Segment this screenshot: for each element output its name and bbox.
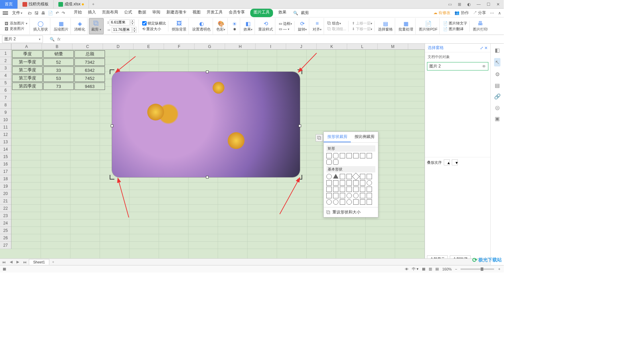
w-dn[interactable]: ▾ — [132, 30, 137, 33]
column-headers[interactable]: ABCDEFGHIJKLM — [11, 44, 425, 50]
sheet-prev[interactable]: ◀ — [8, 260, 14, 264]
shape-e6[interactable] — [360, 199, 365, 205]
inserted-picture[interactable] — [112, 72, 300, 177]
cancel-icon[interactable]: 🔍 — [50, 37, 55, 42]
tab-effects[interactable]: 效果 — [278, 9, 287, 17]
shape-c3[interactable] — [340, 187, 345, 192]
tab-data[interactable]: 数据 — [138, 9, 147, 17]
shape-b3[interactable] — [340, 180, 345, 186]
tab-template[interactable]: 找稻壳模板 — [18, 0, 54, 9]
shape-b2[interactable] — [333, 180, 338, 186]
tab-layout[interactable]: 页面布局 — [101, 9, 119, 17]
preview-icon[interactable]: 📄 — [48, 11, 53, 15]
shape-d2[interactable] — [333, 193, 338, 198]
view-break-icon[interactable]: ▤ — [435, 267, 439, 271]
shape-roundrect[interactable] — [333, 153, 338, 158]
user-icon[interactable]: ◐ — [466, 1, 472, 7]
shape-hexagon[interactable] — [367, 174, 372, 179]
maximize-icon[interactable]: ☐ — [485, 1, 492, 7]
brightness-button[interactable]: ☀✺ — [229, 18, 240, 34]
view-eye-icon[interactable]: 👁 — [405, 267, 409, 271]
side-location-icon[interactable]: ◎ — [495, 104, 500, 111]
shape-c6[interactable] — [360, 187, 365, 192]
shape-d3[interactable] — [340, 193, 345, 198]
send-backward-button[interactable]: ⬇ 下移一层▾ — [352, 27, 372, 32]
sheet-next[interactable]: ▶ — [14, 260, 21, 264]
tab-formula[interactable]: 公式 — [123, 9, 133, 17]
shape-c7[interactable] — [367, 187, 372, 192]
view-ime-icon[interactable]: 中 ▾ — [412, 266, 419, 271]
selpane-pin-icon[interactable]: ⤢ — [480, 46, 483, 50]
grid[interactable]: 季度销量总额第一季度527342第二季度336342第三季度537452第四季度… — [11, 50, 425, 265]
shape-snip4[interactable] — [360, 153, 365, 158]
shape-diamond[interactable] — [352, 173, 360, 181]
shape-snip5[interactable] — [367, 153, 372, 158]
order-down-button[interactable]: ▼ — [452, 159, 458, 165]
shape-d7[interactable] — [367, 193, 372, 198]
side-select-icon[interactable]: ↖ — [494, 58, 500, 66]
to-pdf-button[interactable]: 📄图片转PDF — [417, 18, 440, 34]
translate-button[interactable]: 📄 图片翻译 — [443, 27, 467, 32]
tab-dev[interactable]: 开发工具 — [206, 9, 223, 17]
shape-ellipse[interactable] — [326, 174, 332, 179]
zoom-in-button[interactable]: ＋ — [497, 266, 501, 271]
shape-e2[interactable] — [333, 199, 338, 205]
crop-options-toggle[interactable]: ⿻ — [316, 134, 323, 142]
sheet-area[interactable]: ABCDEFGHIJKLM 12345678910111213141516171… — [0, 44, 425, 265]
redo-icon[interactable]: ↷ — [62, 11, 65, 15]
collab-button[interactable]: 👥 协作 — [454, 10, 469, 16]
shape-triangle[interactable] — [333, 174, 338, 179]
transparency-button[interactable]: ◐设置透明色 — [190, 18, 213, 34]
undo-icon[interactable]: ↶ — [56, 11, 59, 15]
shape-c4[interactable] — [346, 187, 352, 192]
shape-snip2[interactable] — [346, 153, 352, 158]
side-link-icon[interactable]: 🔗 — [494, 93, 501, 100]
shape-e7[interactable] — [367, 199, 372, 205]
remove-bg-button[interactable]: 🖼抠除背景 — [170, 18, 189, 34]
shape-snip1[interactable] — [340, 153, 345, 158]
shape-c1[interactable] — [326, 187, 332, 192]
shape-pentagon[interactable] — [360, 174, 365, 179]
change-picture-button[interactable]: 🖼 更改图片 — [5, 26, 24, 31]
batch-button[interactable]: ▦批量处理 — [396, 18, 416, 34]
file-menu[interactable]: 文件▾ — [10, 9, 24, 16]
w-up[interactable]: ▴ — [132, 27, 137, 30]
pic-print-button[interactable]: 🖶图片打印 — [471, 18, 490, 34]
side-shape-icon[interactable]: ◧ — [495, 47, 500, 53]
shape-e4[interactable] — [346, 199, 352, 205]
row-headers[interactable]: 1234567891011121314151617181920212223242… — [0, 50, 11, 249]
more-icon[interactable]: ⋯ — [490, 11, 494, 15]
order-up-button[interactable]: ▲ — [444, 159, 450, 165]
selpane-close-icon[interactable]: ✕ — [484, 46, 488, 50]
shape-b5[interactable] — [353, 180, 359, 186]
tab-vip[interactable]: 会员专享 — [228, 9, 246, 17]
color-button[interactable]: 🎨色彩▾ — [214, 18, 228, 34]
chevron-icon[interactable]: ∧ — [498, 11, 501, 15]
sheet-tab[interactable]: Sheet1 — [29, 259, 49, 265]
print-icon[interactable]: 🖶 — [41, 11, 45, 15]
shape-b6[interactable] — [360, 180, 365, 186]
tab-home[interactable]: 首页 — [0, 0, 18, 9]
tab-review[interactable]: 审阅 — [152, 9, 161, 17]
sharpen-button[interactable]: ◈清晰化 — [72, 18, 88, 34]
close-icon[interactable]: ✕ — [495, 1, 501, 7]
crop-tab-shape[interactable]: 按形状裁剪 — [324, 132, 351, 142]
crop-button[interactable]: ⿻裁剪 ▾ — [89, 18, 104, 34]
side-settings-icon[interactable]: ⚙ — [495, 71, 500, 78]
to-text-button[interactable]: 📄 图片转文字 — [443, 21, 467, 26]
select-all-corner[interactable] — [0, 44, 11, 50]
shape-c5[interactable] — [353, 187, 359, 192]
shape-b1[interactable] — [326, 180, 332, 186]
tab-insert[interactable]: 插入 — [87, 9, 97, 17]
shape-b4[interactable] — [346, 180, 352, 186]
selpane-item[interactable]: 图片 2👁 — [427, 62, 488, 70]
insert-shape-button[interactable]: ◯插入形状 — [31, 18, 50, 34]
sheet-last[interactable]: ⏭ — [21, 260, 29, 264]
rotate-button[interactable]: ⟳旋转▾ — [296, 18, 309, 34]
reset-size-button[interactable]: ⟲ 重设大小 — [142, 27, 166, 32]
h-up[interactable]: ▴ — [130, 19, 135, 22]
shape-rect[interactable] — [326, 153, 332, 158]
lock-aspect-checkbox[interactable]: 锁定纵横比 — [142, 21, 166, 26]
shape-e1[interactable] — [326, 199, 332, 205]
share-button[interactable]: ↗ 分享 — [473, 10, 486, 16]
